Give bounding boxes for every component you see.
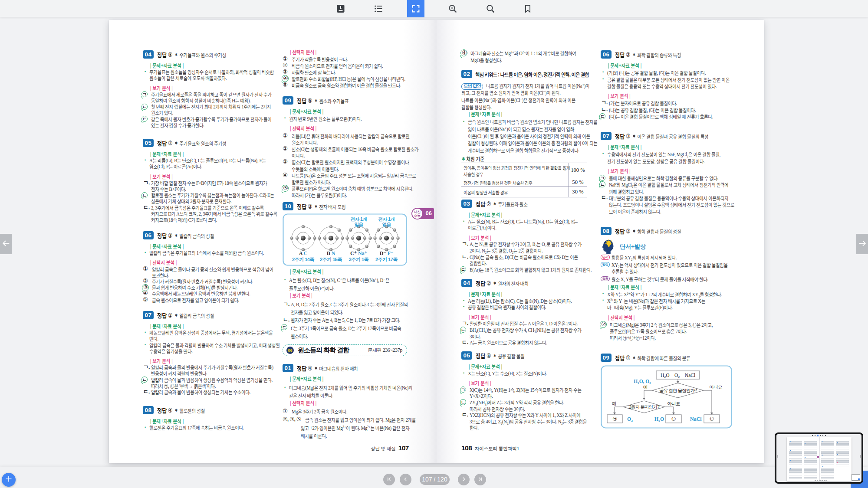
bookmark-icon [523, 4, 533, 13]
svg-text:2주기 17족: 2주기 17족 [375, 257, 398, 262]
label-text: 문제+자료 분석 [471, 291, 500, 297]
text-line-content: 원소가 있다. [151, 110, 173, 116]
choice-item: ㄱ.알칼리 금속과 물의 반응에서 주기가 커질수록(원자 번호가 커질수록)반… [143, 364, 277, 376]
choice-item: ㄱ.가장 바깥 껍질 전자 수는 F>B이지만 F가 18족 원소이므로 원자가… [143, 180, 277, 192]
right-footer-label: 자이스토리 통합과학1 [475, 446, 519, 451]
svg-text:얻음: 얻음 [382, 222, 391, 227]
first-page-button[interactable] [383, 474, 395, 485]
text-line: 원소가 있다. [151, 109, 278, 115]
label-text: 보기 분석 [152, 174, 170, 180]
question-heading: 07정답③✱이온 결합 물질과 공유 결합 물질의 특성 [601, 132, 736, 140]
answer-choice: ② [626, 228, 630, 235]
text-line: 마그네슘(Mg), Y는 플루오린(F)이다. [607, 304, 736, 310]
choice-item: ㄷ.대부분의 공유 결합 물질은 용융액이나 수용액 상태에서 이온화되지않는다… [601, 194, 736, 214]
nesin-suneung-badge: 06 내신수능 [411, 208, 434, 219]
question-heading: 04정답②✱원자의 전자 배치 [461, 279, 596, 287]
mini-spread [787, 437, 852, 481]
last-page-icon [477, 476, 483, 484]
label-text: 보기 분석 [610, 168, 628, 174]
bullet-icon: • [602, 69, 604, 75]
section-number: 06 [286, 347, 294, 354]
star-icon: ✱ [493, 354, 496, 358]
text-line: 공유 결합 물질은 대부분 모든 상태에서 전기 전도성이 없는 반면 이온 [607, 76, 736, 82]
toc-icon [373, 3, 384, 14]
page-indicator[interactable]: 107 / 120 [420, 474, 450, 485]
text-column: | 선택지 분석 |①주기가 작을수록 반응성이 크다.②비금속 원소이므로 전… [283, 0, 417, 463]
text-line-content: A는 금속 원소이므로 공유 결합하지 않는다. [470, 340, 547, 346]
download-button[interactable] [332, 0, 349, 17]
choice-item: ㄱ.안정한 이온일 때 전자 껍질 수는 A 이온은 1, D 이온은 2이다. [461, 320, 596, 327]
correct-answer-ring: ㄴ [460, 327, 466, 333]
text-line: BH₄(CH₄)는 공유 전자쌍 수가 4, CH₃(NH₃)는 공유 전자쌍 … [470, 327, 596, 333]
text-line: (가)는 분자이므로 공유 결합 물질이다. [609, 99, 736, 106]
bullet-item: •X와 Y는 X²⁺와 Y⁻가 1 : 2의 개수비로 결합하여 XY₂를 형성… [601, 291, 736, 297]
text-line: 물에 대한 용해성만으로는 화학 결합의 종류를 구분할 수 없다. [609, 174, 736, 181]
choices-label: | 보기 분석 | [461, 314, 596, 320]
question-heading: 05정답②✱주기율표와 원소의 주기성 [143, 139, 277, 147]
model-answer-text: 결합을 형성한다. [461, 104, 491, 111]
choice-item: ㄱ.A₂는 N₂로 공유 전자쌍 수가 3이고, B₂는 O₂로 공유 전자쌍 … [461, 241, 596, 253]
page-preview-thumbnail[interactable] [775, 432, 863, 484]
text-line-content: BH₄(CH₄)는 공유 전자쌍 수가 4, CH₃(NH₃)는 공유 전자쌍 … [470, 327, 581, 334]
answer-choice: ④ [487, 352, 491, 359]
question-heading: 04정답⑤✱주기율표와 원소의 주기성 [143, 50, 277, 59]
choices-label: | 선택지 분석 | [143, 259, 277, 265]
question-heading: 08정답②✱화학 결합과 물질의 성질 [601, 227, 736, 235]
text-line: 금속 원소인 나트륨과 비금속 원소인 염소가 만나면 나트륨 원자는 전자를 [468, 118, 596, 125]
last-page-button[interactable] [474, 474, 486, 485]
next-page-button[interactable] [458, 474, 470, 485]
text-line: 결합 물질은 용융액 또는 수용액 상태에서 전기 전도성이 있다. [607, 82, 736, 89]
svg-text:H₂O: H₂O [654, 416, 664, 422]
choice-item: ⑤비금속 원소로 금속 원소와 결합하여 이온 결합 물질을 만든다. [283, 82, 417, 88]
question-topic: 주기율표와 원소의 주기성 [179, 141, 226, 147]
bookmark-button[interactable] [519, 0, 536, 17]
content-section: ④마그네슘과 산소는 Mg²⁺과 O²⁻이 1 : 1의 개수비로 결합하여Mg… [461, 49, 596, 64]
text-line: 금속 원소는 전자를 잃고 양이온이 되기 쉽다. Mg은 전자 2개를 [305, 416, 417, 424]
choice-item: ②마그네슘(Mg)은 3주기 2족 원소이므로 ㉠은 3, ㉡은 2이고,플루오… [601, 321, 736, 341]
svg-text:2주기 15족: 2주기 15족 [320, 257, 342, 262]
choice-item: ㄴNaF와 MgCl₂은 이온 결합 물질로서 고체 상태에서 정전기적 인력에… [601, 181, 736, 194]
zoom-in-button[interactable] [444, 0, 461, 17]
text-line-content: 알칼리 금속은 물이나 공기 중의 산소와 쉽게 반응하므로 석유에 넣어 [152, 266, 273, 272]
label-text: 문제+자료 분석 [292, 108, 321, 115]
plus-icon [5, 475, 12, 484]
answer-label: 정답 [615, 354, 625, 361]
classification-flowchart: H₂O O₂ NaCl공유 결합 물질인가?H₂O, O₂예2원자 분자인가?예… [601, 365, 736, 430]
text-line: 산소(O)는 생명체의 호흡에 이용되는 16족 비금속 원소로 할로젠 원소가 [292, 145, 417, 152]
grading-table-row: 정전기적 인력을 형성한 것만 서술한 경우50 % [461, 178, 587, 187]
choice-item: ㄴ.C(Na)는 금속 원소, D(Cl)는 비금속 원소이므로 C와 D는 이… [461, 254, 596, 266]
bullet-icon: • [284, 115, 286, 121]
search-button[interactable] [482, 0, 499, 17]
page-forward-arrow[interactable] [856, 234, 868, 254]
bogi-marker: ㄷ. [462, 412, 468, 418]
correct-answer-ring: ㄴ [599, 181, 605, 187]
page-back-arrow[interactable] [0, 234, 12, 254]
text-line: 할로젠 원소가 아니다. [292, 178, 417, 185]
bullet-icon: • [145, 157, 146, 163]
add-button[interactable] [2, 473, 16, 487]
question-topic: 화학 결합의 종류와 특징 [637, 52, 681, 58]
text-line: 페놀프탈레인 용액은 산성과 중성에서는 무색, 염기성에서는 붉은색을 [149, 329, 277, 335]
text-line: YXZ(HCN)의 공유 전자쌍 수는 X와 Y 사이에 1, X와 Z 사이에 [470, 412, 596, 418]
choice-item: ④나트륨(Na)은 소금의 주요 성분 또는 조명에 사용되는 알칼리 금속으로… [283, 172, 417, 185]
star-icon: ✱ [315, 98, 317, 103]
bullet-item: •X는 탄소(C), Y는 수소(H), Z는 질소(N)이다. [461, 370, 596, 377]
fullscreen-button[interactable] [407, 0, 424, 17]
toc-button[interactable] [370, 0, 387, 17]
star-icon: ✱ [462, 156, 465, 161]
content-section: 08정답②✱화학 결합과 물질의 성질단서+발상단서화합물 XY₂의 특징이 제… [601, 227, 736, 341]
answer-label: 정답 [476, 200, 485, 207]
answer-choice: ② [168, 140, 172, 147]
text-line: 수용액에서의 전기 전도성이 있는 NaF, MgCl₂은 이온 결합 물질, [607, 151, 736, 157]
text-line: 따라서 공유 전자쌍 수는 3이다. [470, 406, 596, 412]
text-line-content: 따라서 ㉠+㉡+㉢=12이다. [610, 335, 656, 341]
choice-marker: ② [283, 62, 288, 69]
bullet-item: •금속 원소인 나트륨과 비금속 원소인 염소가 만나면 나트륨 원자는 전자를… [461, 118, 596, 153]
text-line: X(C)는 14족, Y(H)는 1족, Z(N)는 15족이므로 원자가 전자… [470, 386, 596, 393]
text-line-content: A는 리튬(Li), B는 탄소(C), C는 플루오린(F), D는 나트륨(… [149, 157, 266, 164]
criteria-line: 양이온, 음이온의 형성 과정과 정전기적 인력에 의한 결합을 옳게 [464, 165, 570, 171]
correct-answer-ring [282, 185, 289, 192]
label-text: 보기 분석 [152, 358, 170, 364]
previous-page-button[interactable] [400, 474, 411, 485]
choice-item: ㄷ(다)는 이온 결합 물질이므로 액체 상태일 때 전류가 흐른다. [601, 113, 736, 119]
